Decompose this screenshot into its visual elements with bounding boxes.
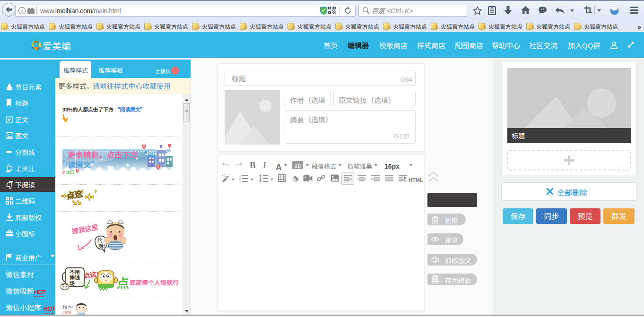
svg-text:点赞堡: 点赞堡 (61, 310, 71, 315)
svg-text:底部捧个人场就行: 底部捧个人场就行 (130, 278, 179, 287)
svg-text:名: 名 (62, 170, 66, 175)
svg-text:读: 读 (66, 170, 70, 175)
svg-text:点: 点 (117, 274, 129, 291)
svg-text:点这: 点这 (66, 188, 83, 201)
svg-text:“阅: “阅 (139, 149, 155, 160)
svg-text:撩我这里: 撩我这里 (71, 222, 99, 236)
svg-text:hi～: hi～ (62, 302, 73, 310)
svg-text:读原文”: 读原文” (68, 159, 99, 170)
svg-text:3: 3 (239, 180, 241, 182)
svg-text:嘛!: 嘛! (98, 242, 105, 249)
svg-text:场: 场 (70, 279, 75, 287)
